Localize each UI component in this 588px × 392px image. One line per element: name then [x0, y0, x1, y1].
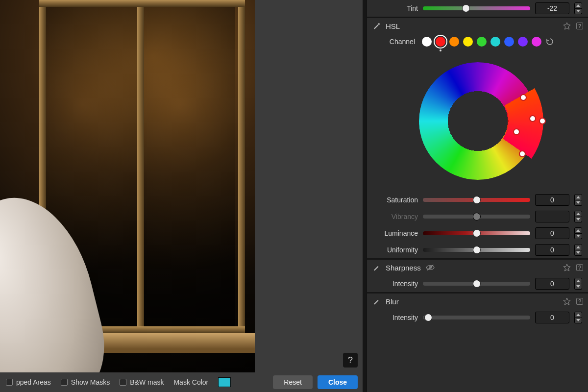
color-wheel-area [367, 53, 588, 192]
wand-icon[interactable] [372, 297, 381, 306]
sharpness-slider[interactable] [423, 282, 530, 286]
luminance-knob[interactable] [473, 229, 481, 237]
sharpness-knob[interactable] [473, 280, 481, 288]
hsl-title: HSL [386, 22, 400, 30]
uniformity-stepper[interactable] [574, 244, 582, 256]
wand-icon[interactable] [372, 22, 381, 30]
sharpness-intensity-label: Intensity [373, 280, 418, 288]
close-button[interactable]: Close [318, 375, 358, 389]
canvas-footer: pped Areas Show Masks B&W mask Mask Colo… [0, 372, 255, 392]
help-button[interactable]: ? [343, 353, 358, 368]
luminance-value[interactable]: 0 [535, 227, 569, 239]
wheel-handle[interactable] [513, 128, 520, 135]
reset-button[interactable]: Reset [273, 375, 313, 389]
bw-mask-label: B&W mask [130, 378, 164, 386]
saturation-stepper[interactable] [574, 194, 582, 206]
saturation-slider[interactable] [423, 198, 530, 202]
vibrancy-label: Vibrancy [373, 213, 418, 220]
luminance-label: Luminance [373, 229, 418, 237]
saturation-value[interactable]: 0 [535, 194, 569, 206]
mask-color-label: Mask Color [173, 378, 208, 386]
channel-swatch[interactable] [532, 37, 541, 47]
tint-slider[interactable] [423, 6, 530, 10]
reset-channel-icon[interactable] [545, 37, 554, 46]
panel-divider[interactable] [363, 0, 367, 392]
show-masks-label: Show Masks [71, 378, 110, 386]
color-wheel[interactable] [419, 62, 537, 180]
visibility-off-icon[interactable] [426, 263, 435, 272]
wheel-handle[interactable] [520, 94, 527, 101]
vibrancy-value [535, 211, 569, 222]
help-icon[interactable]: ? [576, 264, 583, 271]
star-icon[interactable] [563, 263, 571, 272]
channel-swatch[interactable] [518, 37, 528, 47]
saturation-knob[interactable] [473, 196, 481, 204]
blur-slider[interactable] [423, 316, 530, 319]
help-icon[interactable]: ? [576, 23, 583, 29]
luminance-stepper[interactable] [574, 227, 582, 239]
sharpness-header[interactable]: Sharpness ? [367, 260, 588, 275]
blur-intensity-row: Intensity 0 [367, 309, 588, 326]
blur-title: Blur [386, 297, 399, 306]
blur-stepper[interactable] [574, 312, 582, 323]
uniformity-label: Uniformity [373, 246, 418, 254]
channel-label: Channel [373, 38, 418, 46]
sharpness-title: Sharpness [386, 264, 421, 272]
wand-icon[interactable] [372, 263, 381, 272]
blur-intensity-label: Intensity [373, 314, 418, 321]
show-clipped-areas-label: pped Areas [16, 378, 51, 386]
sharpness-stepper[interactable] [574, 278, 582, 290]
vibrancy-stepper [574, 211, 582, 222]
channel-swatch[interactable] [463, 37, 473, 47]
vibrancy-row: Vibrancy [367, 208, 588, 225]
vibrancy-knob [473, 213, 481, 220]
channel-row: Channel [367, 34, 588, 53]
sharpness-value[interactable]: 0 [535, 278, 569, 290]
help-icon[interactable]: ? [576, 298, 583, 305]
channel-swatch[interactable] [504, 37, 514, 47]
uniformity-value[interactable]: 0 [535, 244, 569, 256]
tint-knob[interactable] [462, 4, 470, 12]
mask-color-swatch[interactable] [218, 377, 231, 387]
blur-knob[interactable] [424, 314, 432, 321]
middle-spacer: ? Reset Close [255, 0, 363, 392]
tint-stepper[interactable] [574, 2, 582, 14]
saturation-label: Saturation [373, 196, 418, 204]
tint-value[interactable]: -22 [535, 2, 569, 14]
wheel-handle[interactable] [529, 115, 536, 122]
channel-swatch[interactable] [477, 37, 487, 47]
tint-label: Tint [373, 4, 418, 12]
uniformity-row: Uniformity 0 [367, 242, 588, 258]
image-canvas-area: pped Areas Show Masks B&W mask Mask Colo… [0, 0, 255, 392]
adjustments-panel: Tint -22 HSL ? Channel [367, 0, 588, 392]
blur-value[interactable]: 0 [535, 312, 569, 323]
channel-swatch[interactable] [490, 37, 500, 47]
vibrancy-slider [423, 215, 530, 219]
bw-mask-checkbox[interactable]: B&W mask [120, 378, 164, 386]
show-clipped-areas-checkbox[interactable]: pped Areas [6, 378, 51, 386]
image-preview[interactable] [0, 0, 255, 372]
channel-swatch[interactable] [422, 37, 432, 47]
luminance-slider[interactable] [423, 231, 530, 235]
blur-header[interactable]: Blur ? [367, 294, 588, 309]
channel-swatch[interactable] [436, 37, 445, 47]
hsl-header[interactable]: HSL ? [367, 18, 588, 34]
uniformity-slider[interactable] [423, 248, 530, 252]
wheel-handle[interactable] [539, 118, 546, 124]
luminance-row: Luminance 0 [367, 225, 588, 242]
saturation-row: Saturation 0 [367, 192, 588, 208]
wheel-handle[interactable] [519, 150, 526, 157]
sharpness-intensity-row: Intensity 0 [367, 275, 588, 292]
help-icon: ? [348, 355, 353, 366]
show-masks-checkbox[interactable]: Show Masks [61, 378, 110, 386]
channel-swatch[interactable] [449, 37, 459, 47]
star-icon[interactable] [563, 297, 571, 306]
star-icon[interactable] [563, 22, 571, 30]
tint-row: Tint -22 [367, 0, 588, 17]
uniformity-knob[interactable] [473, 246, 481, 254]
